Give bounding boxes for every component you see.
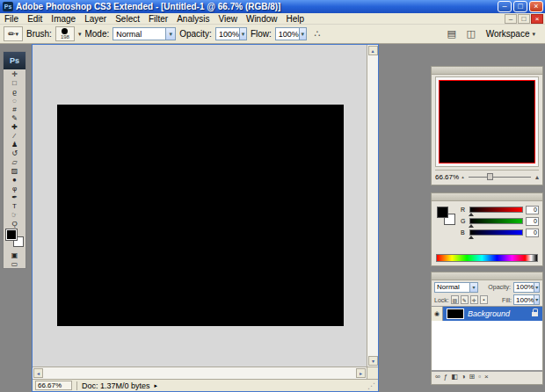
foreground-color-swatch[interactable] xyxy=(6,229,17,240)
status-zoom-input[interactable]: 66.67% xyxy=(35,381,72,390)
layers-panel-header[interactable] xyxy=(432,272,542,280)
minimize-icon[interactable]: – xyxy=(498,1,512,12)
menu-filter[interactable]: Filter xyxy=(144,13,172,25)
layer-fill-input[interactable]: 100% ▾ xyxy=(513,294,540,305)
document-restore-icon[interactable]: □ xyxy=(518,14,530,24)
tool-preset-picker[interactable]: ✏ ▾ xyxy=(4,26,23,41)
quick-selection-tool[interactable]: ◌ xyxy=(4,96,25,105)
green-channel-value[interactable]: 0 xyxy=(526,217,539,226)
blur-tool[interactable]: ● xyxy=(4,175,25,184)
maximize-icon[interactable]: □ xyxy=(513,1,527,12)
new-layer-icon[interactable]: ▫ xyxy=(478,372,481,382)
workspace-button[interactable]: Workspace ▾ xyxy=(483,28,538,40)
bridge-icon[interactable]: ◫ xyxy=(464,27,478,41)
adjustment-layer-icon[interactable]: ◑ xyxy=(461,372,466,382)
lasso-tool[interactable]: ϱ xyxy=(4,87,25,96)
layer-style-icon[interactable]: ƒ xyxy=(444,372,447,382)
color-channel-sliders: R 0 G 0 B 0 xyxy=(461,204,539,238)
document-minimize-icon[interactable]: – xyxy=(505,14,517,24)
slider-marker-icon[interactable] xyxy=(469,236,474,239)
lock-transparency-icon[interactable]: ▨ xyxy=(451,295,459,304)
navigator-panel-header[interactable] xyxy=(432,67,542,75)
layer-mask-icon[interactable]: ◧ xyxy=(451,372,458,382)
menu-edit[interactable]: Edit xyxy=(23,13,47,25)
layer-thumbnail[interactable] xyxy=(447,309,464,319)
link-layers-icon[interactable]: ∞ xyxy=(435,372,440,382)
layer-name[interactable]: Background xyxy=(468,309,532,318)
red-channel-slider[interactable] xyxy=(469,207,523,213)
eraser-tool[interactable]: ▱ xyxy=(4,157,25,166)
move-tool[interactable]: ✛ xyxy=(4,69,25,78)
layer-opacity-input[interactable]: 100% ▾ xyxy=(513,282,540,293)
resize-grip-icon[interactable]: ⋰ xyxy=(367,381,375,390)
brush-preset-preview[interactable]: 198 xyxy=(55,26,75,41)
gradient-tool[interactable]: ▨ xyxy=(4,166,25,175)
menu-layer[interactable]: Layer xyxy=(80,13,111,25)
rectangular-marquee-tool[interactable]: □ xyxy=(4,78,25,87)
type-tool[interactable]: T xyxy=(4,201,25,210)
foreground-color-swatch[interactable] xyxy=(437,207,448,218)
layer-blend-mode-select[interactable]: Normal ▾ xyxy=(434,282,478,293)
opacity-input[interactable]: 100% ▾ xyxy=(215,27,247,40)
color-spectrum-ramp[interactable] xyxy=(436,254,538,262)
zoom-slider-thumb[interactable] xyxy=(487,173,493,180)
delete-layer-icon[interactable]: × xyxy=(484,372,489,382)
blue-channel-value[interactable]: 0 xyxy=(526,229,539,237)
scroll-up-icon[interactable]: ▴ xyxy=(368,46,378,55)
blue-channel-slider[interactable] xyxy=(469,229,523,236)
crop-tool[interactable]: # xyxy=(4,105,25,113)
screen-mode-icon[interactable]: ▭ xyxy=(4,259,25,268)
dodge-tool[interactable]: φ xyxy=(4,184,25,192)
layer-fill-value: 100% xyxy=(516,296,534,304)
color-panel-header[interactable] xyxy=(432,193,542,201)
palette-well-icon[interactable]: ▤ xyxy=(445,27,459,41)
eyedropper-tool[interactable]: ✎ xyxy=(4,113,25,122)
status-menu-arrow-icon[interactable]: ▸ xyxy=(155,382,158,389)
vertical-scrollbar[interactable]: ▴ ▾ xyxy=(367,45,378,367)
layer-group-icon[interactable]: ⊞ xyxy=(469,372,476,382)
brush-tool[interactable]: ⁄ xyxy=(4,131,25,140)
close-icon[interactable]: × xyxy=(529,1,543,12)
canvas-area[interactable] xyxy=(33,45,367,367)
menu-select[interactable]: Select xyxy=(111,13,144,25)
navigator-zoom-slider[interactable] xyxy=(469,177,531,178)
document-close-icon[interactable]: × xyxy=(531,14,543,24)
lock-all-icon[interactable]: ▪ xyxy=(480,295,488,304)
slider-marker-icon[interactable] xyxy=(469,224,474,228)
chevron-down-icon: ▾ xyxy=(469,283,477,292)
flow-input[interactable]: 100% ▾ xyxy=(275,27,307,40)
green-channel-slider[interactable] xyxy=(469,218,523,224)
clone-stamp-tool[interactable]: ♟ xyxy=(4,140,25,149)
brush-picker-arrow-icon[interactable]: ▾ xyxy=(78,31,82,38)
scroll-left-icon[interactable]: ◂ xyxy=(33,368,43,378)
navigator-proxy-view[interactable] xyxy=(439,80,535,163)
history-brush-tool[interactable]: ↺ xyxy=(4,149,25,157)
airbrush-toggle-icon[interactable]: ∴ xyxy=(310,27,324,41)
pen-tool[interactable]: ✒ xyxy=(4,192,25,201)
menu-image[interactable]: Image xyxy=(47,13,80,25)
zoom-tool[interactable]: Ǫ xyxy=(4,219,25,228)
horizontal-scrollbar[interactable]: ◂ ▸ xyxy=(33,367,367,379)
healing-brush-tool[interactable]: ✚ xyxy=(4,122,25,131)
navigator-zoom-value[interactable]: 66.67% xyxy=(435,173,459,181)
canvas-image[interactable] xyxy=(57,105,344,326)
blend-mode-select[interactable]: Normal ▾ xyxy=(113,27,176,40)
red-channel-value[interactable]: 0 xyxy=(526,206,539,214)
quick-mask-icon[interactable]: ▣ xyxy=(4,250,25,259)
scroll-right-icon[interactable]: ▸ xyxy=(356,368,366,378)
zoom-in-icon[interactable]: ▴ xyxy=(535,173,539,181)
menu-help[interactable]: Help xyxy=(282,13,309,25)
slider-marker-icon[interactable] xyxy=(469,213,474,216)
zoom-out-icon[interactable]: ▴ xyxy=(461,174,464,179)
menu-window[interactable]: Window xyxy=(242,13,282,25)
navigator-panel: 66.67% ▴ ▴ xyxy=(431,66,543,185)
menu-view[interactable]: View xyxy=(214,13,242,25)
lock-position-icon[interactable]: ✛ xyxy=(470,295,478,304)
lock-pixels-icon[interactable]: ✎ xyxy=(461,295,469,304)
layer-row-background[interactable]: ◉ Background xyxy=(432,307,542,321)
scroll-down-icon[interactable]: ▾ xyxy=(368,356,378,366)
menu-file[interactable]: File xyxy=(0,13,23,25)
menu-analysis[interactable]: Analysis xyxy=(172,13,214,25)
layer-visibility-eye-icon[interactable]: ◉ xyxy=(432,307,443,321)
hand-tool[interactable]: ☞ xyxy=(4,210,25,219)
